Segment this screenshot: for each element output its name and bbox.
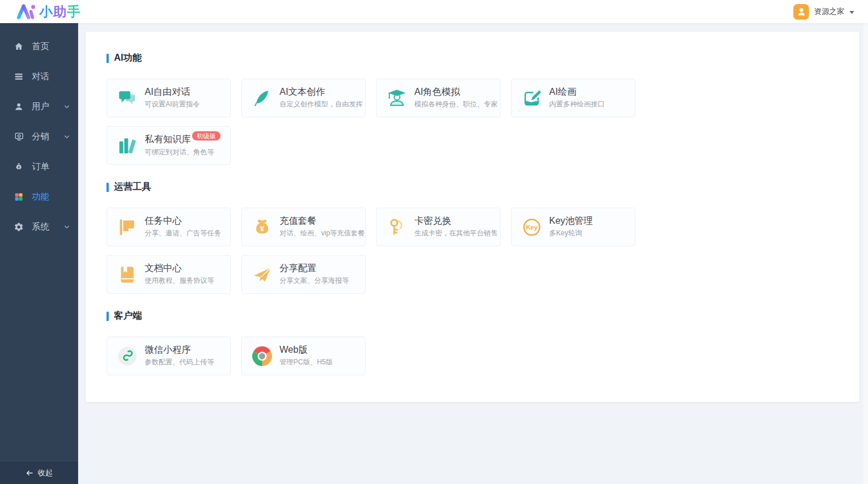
app-title: 小助手 xyxy=(39,5,81,19)
paint-brush-icon xyxy=(521,87,543,109)
card-subtitle: 对话、绘画、vip等充值套餐 xyxy=(279,228,365,238)
chevron-down-icon xyxy=(849,11,854,14)
feature-card[interactable]: 文档中心使用教程、服务协议等 xyxy=(106,255,231,294)
sidebar-item-distribution[interactable]: 分销 xyxy=(0,121,78,152)
feature-card[interactable]: KeyKey池管理多Key轮询 xyxy=(511,208,635,246)
card-text: 文档中心使用教程、服务协议等 xyxy=(145,263,214,286)
card-title: AI文本创作 xyxy=(279,87,325,97)
section-ai-features: AI功能AI自由对话可设置AI前置指令AI文本创作自定义创作模型，自由发挥AI角… xyxy=(106,52,838,165)
sidebar-nav: 首页对话用户分销¥订单功能系统 xyxy=(0,23,78,242)
feature-card[interactable]: AI绘画内置多种绘画接口 xyxy=(511,79,635,117)
feature-card[interactable]: 微信小程序参数配置、代码上传等 xyxy=(106,337,231,375)
card-grid: AI自由对话可设置AI前置指令AI文本创作自定义创作模型，自由发挥AI角色模拟模… xyxy=(106,79,838,165)
content-panel: AI功能AI自由对话可设置AI前置指令AI文本创作自定义创作模型，自由发挥AI角… xyxy=(86,32,859,402)
miniprogram-icon xyxy=(116,345,138,367)
user-icon xyxy=(13,101,24,112)
card-title: 充值套餐 xyxy=(279,216,317,226)
card-text: AI绘画内置多种绘画接口 xyxy=(549,87,605,110)
card-text: AI角色模拟模拟各种身份、职位、专家 xyxy=(414,87,498,110)
card-title: 卡密兑换 xyxy=(414,216,451,226)
card-text: 分享配置分享文案、分享海报等 xyxy=(279,263,349,286)
quill-icon xyxy=(251,87,273,109)
sidebar-item-system[interactable]: 系统 xyxy=(0,212,78,242)
feature-card[interactable]: 任务中心分享、邀请、广告等任务 xyxy=(106,208,231,246)
feature-card[interactable]: AI角色模拟模拟各种身份、职位、专家 xyxy=(376,79,501,117)
section-clients: 客户端微信小程序参数配置、代码上传等Web版管理PC版、H5版 xyxy=(106,310,838,375)
top-header: 小助手 资源之家 xyxy=(0,0,868,23)
user-name: 资源之家 xyxy=(814,6,844,17)
card-subtitle: 使用教程、服务协议等 xyxy=(145,276,214,286)
card-title: Web版 xyxy=(279,345,308,354)
sidebar-item-label: 用户 xyxy=(32,101,49,112)
card-title: 分享配置 xyxy=(279,263,317,273)
card-text: AI文本创作自定义创作模型，自由发挥 xyxy=(279,87,363,110)
sidebar-item-orders[interactable]: ¥订单 xyxy=(0,152,78,182)
scrollbar[interactable] xyxy=(863,23,868,484)
card-text: 充值套餐对话、绘画、vip等充值套餐 xyxy=(279,216,365,239)
sidebar-item-features[interactable]: 功能 xyxy=(0,182,78,212)
chat-bubbles-icon xyxy=(116,87,138,109)
feature-card[interactable]: 私有知识库初级版可绑定到对话、角色等 xyxy=(106,126,231,165)
chat-list-icon xyxy=(13,71,24,82)
key-circle-icon: Key xyxy=(521,216,543,238)
sidebar-item-home[interactable]: 首页 xyxy=(0,31,78,61)
distribution-icon xyxy=(13,131,24,142)
system-gear-icon xyxy=(13,221,24,232)
card-subtitle: 自定义创作模型，自由发挥 xyxy=(279,99,363,109)
section-header: AI功能 xyxy=(106,52,838,64)
books-icon xyxy=(116,135,138,157)
app-logo[interactable]: 小助手 xyxy=(16,3,81,20)
section-title: 客户端 xyxy=(114,310,142,322)
page-layout: 首页对话用户分销¥订单功能系统 收起 AI功能AI自由对话可设置AI前置指令AI… xyxy=(0,0,868,484)
doc-book-icon xyxy=(116,264,138,286)
card-title: AI角色模拟 xyxy=(414,87,460,97)
collapse-label: 收起 xyxy=(38,468,53,478)
chrome-icon xyxy=(251,345,273,367)
card-title: 任务中心 xyxy=(145,216,182,226)
card-title: 文档中心 xyxy=(145,263,182,273)
card-text: 任务中心分享、邀请、广告等任务 xyxy=(145,216,221,239)
sidebar-item-chat[interactable]: 对话 xyxy=(0,61,78,91)
feature-card[interactable]: ¥充值套餐对话、绘画、vip等充值套餐 xyxy=(241,208,366,246)
card-title: AI绘画 xyxy=(549,87,576,97)
feature-card[interactable]: Web版管理PC版、H5版 xyxy=(241,337,366,375)
sidebar-item-label: 首页 xyxy=(32,41,49,52)
card-subtitle: 多Key轮询 xyxy=(549,228,593,238)
section-accent-bar xyxy=(106,312,109,321)
feature-card[interactable]: 分享配置分享文案、分享海报等 xyxy=(241,255,366,294)
feature-card[interactable]: 卡密兑换生成卡密，在其他平台销售 xyxy=(376,208,501,246)
section-accent-bar xyxy=(106,54,109,63)
card-text: AI自由对话可设置AI前置指令 xyxy=(145,87,200,110)
card-title: AI自由对话 xyxy=(145,87,190,97)
order-bag-icon: ¥ xyxy=(13,161,24,172)
sidebar-item-users[interactable]: 用户 xyxy=(0,91,78,121)
card-grid: 微信小程序参数配置、代码上传等Web版管理PC版、H5版 xyxy=(106,337,838,375)
card-subtitle: 生成卡密，在其他平台销售 xyxy=(414,228,498,238)
sidebar-item-label: 订单 xyxy=(32,161,49,172)
card-text: 微信小程序参数配置、代码上传等 xyxy=(145,345,214,368)
card-subtitle: 分享文案、分享海报等 xyxy=(279,276,349,286)
section-operation-tools: 运营工具任务中心分享、邀请、广告等任务¥充值套餐对话、绘画、vip等充值套餐卡密… xyxy=(106,181,838,294)
section-title: AI功能 xyxy=(114,52,142,64)
card-title: 私有知识库 xyxy=(145,134,191,144)
feature-card[interactable]: AI文本创作自定义创作模型，自由发挥 xyxy=(241,79,366,117)
main-content: AI功能AI自由对话可设置AI前置指令AI文本创作自定义创作模型，自由发挥AI角… xyxy=(78,23,868,484)
sidebar-item-label: 分销 xyxy=(32,131,49,142)
section-title: 运营工具 xyxy=(114,181,151,193)
card-subtitle: 可设置AI前置指令 xyxy=(145,99,200,109)
sidebar-collapse-button[interactable]: 收起 xyxy=(0,461,78,484)
card-subtitle: 模拟各种身份、职位、专家 xyxy=(414,99,498,109)
keys-icon xyxy=(386,216,408,238)
sidebar-item-label: 对话 xyxy=(32,71,49,82)
card-title: Key池管理 xyxy=(549,216,593,226)
user-menu[interactable]: 资源之家 xyxy=(793,4,854,20)
card-subtitle: 参数配置、代码上传等 xyxy=(145,357,214,367)
section-header: 运营工具 xyxy=(106,181,838,193)
flag-icon xyxy=(116,216,138,238)
chevron-down-icon xyxy=(64,224,70,230)
section-accent-bar xyxy=(106,183,109,192)
svg-text:¥: ¥ xyxy=(260,224,264,232)
feature-card[interactable]: AI自由对话可设置AI前置指令 xyxy=(106,79,231,117)
sidebar-item-label: 系统 xyxy=(32,221,49,232)
card-subtitle: 管理PC版、H5版 xyxy=(279,357,333,367)
